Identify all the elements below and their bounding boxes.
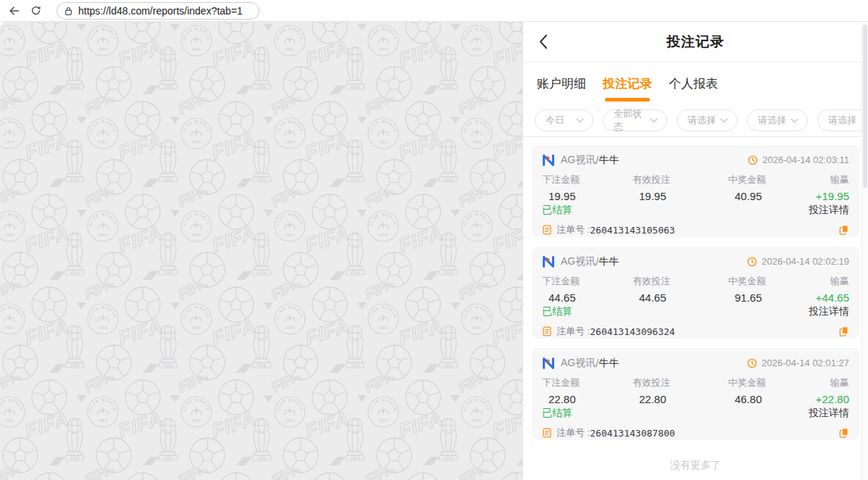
valid-amount: 44.65 — [633, 291, 728, 304]
provider-name: AG视讯 — [561, 357, 596, 370]
bet-timestamp: 2026-04-14 02:03:11 — [762, 154, 849, 165]
ag-provider-logo-icon — [542, 154, 555, 167]
game-name: 牛牛 — [598, 255, 619, 268]
scrollbar-track[interactable] — [861, 22, 868, 480]
url-text: https://ld48.com/reports/index?tab=1 — [78, 5, 243, 17]
betting-records-panel: 投注记录 账户明细 投注记录 个人报表 今日 全部状态 请选择 请选择 请选择 — [522, 22, 868, 480]
bet-timestamp: 2026-04-14 02:02:19 — [761, 256, 849, 267]
status-badge: 已结算 — [542, 407, 572, 420]
copy-icon — [838, 326, 849, 337]
order-note-icon — [542, 225, 552, 235]
filter-select-dropdown-2[interactable]: 请选择 — [747, 109, 808, 131]
status-badge: 已结算 — [542, 305, 572, 318]
col-label-win: 中奖金额 — [728, 173, 783, 186]
browser-reload-button[interactable] — [25, 1, 46, 21]
copy-icon — [838, 224, 849, 236]
provider-name: AG视讯 — [561, 255, 596, 268]
clock-icon — [747, 358, 757, 368]
bet-record-card: AG视讯/牛牛 2026-04-14 02:02:19 下注金额 有效投注 中奖… — [532, 247, 859, 339]
copy-order-button[interactable] — [838, 224, 849, 236]
bet-timestamp: 2026-04-14 02:01:27 — [761, 357, 849, 368]
copy-order-button[interactable] — [838, 326, 849, 337]
order-number-label: 注单号 : — [556, 426, 590, 439]
tab-bar: 账户明细 投注记录 个人报表 — [523, 62, 868, 104]
tab-personal-report[interactable]: 个人报表 — [667, 62, 719, 104]
bet-record-card: AG视讯/牛牛 2026-04-14 02:03:11 下注金额 有效投注 中奖… — [532, 145, 859, 237]
scrollbar-thumb[interactable] — [863, 25, 867, 188]
clock-icon — [747, 257, 757, 267]
col-label-valid: 有效投注 — [633, 173, 728, 186]
game-name: 牛牛 — [598, 357, 619, 370]
bet-amount: 19.95 — [542, 190, 633, 202]
browser-back-button[interactable] — [3, 1, 25, 21]
address-bar[interactable]: https://ld48.com/reports/index?tab=1 — [57, 2, 259, 20]
provider-name: AG视讯 — [561, 154, 596, 167]
col-label-bet: 下注金额 — [542, 275, 633, 288]
chevron-down-icon — [650, 118, 658, 123]
order-number-label: 注单号 : — [556, 325, 590, 338]
order-number: 260413143105063 — [590, 225, 675, 236]
fifa-watermark-pattern: CLUB WORLD CUP 23 FIFA FIFA FIFA FIFA — [0, 22, 522, 480]
order-note-icon — [542, 326, 552, 336]
bet-record-card: AG视讯/牛牛 2026-04-14 02:01:27 下注金额 有效投注 中奖… — [532, 348, 859, 440]
filter-status-dropdown[interactable]: 全部状态 — [603, 109, 667, 131]
bet-detail-link[interactable]: 投注详情 — [809, 407, 849, 420]
clock-icon — [748, 155, 758, 165]
chevron-down-icon — [720, 118, 728, 123]
valid-amount: 19.95 — [633, 190, 728, 202]
chevron-left-icon — [539, 34, 548, 49]
win-amount: 91.65 — [728, 291, 783, 304]
game-name: 牛牛 — [598, 154, 619, 167]
reload-icon — [30, 5, 41, 16]
profit-amount: +22.80 — [783, 393, 849, 405]
profit-amount: +44.65 — [783, 291, 849, 304]
back-button[interactable] — [539, 34, 548, 49]
bet-detail-link[interactable]: 投注详情 — [809, 305, 849, 318]
filter-select-dropdown-3[interactable]: 请选择 — [817, 109, 868, 131]
col-label-win: 中奖金额 — [728, 376, 783, 389]
filter-date-dropdown[interactable]: 今日 — [535, 109, 593, 131]
win-amount: 40.95 — [728, 190, 783, 202]
order-number-label: 注单号 : — [556, 223, 590, 236]
filter-bar: 今日 全部状态 请选择 请选择 请选择 — [523, 104, 868, 137]
chevron-down-icon — [576, 118, 584, 123]
profit-amount: +19.95 — [783, 190, 849, 202]
no-more-data-text: 没有更多了 — [523, 459, 868, 472]
fifa-watermark-background: CLUB WORLD CUP 23 FIFA FIFA FIFA FIFA — [0, 22, 522, 480]
lock-icon — [64, 6, 73, 17]
ag-provider-logo-icon — [542, 255, 555, 268]
col-label-profit: 输赢 — [783, 376, 849, 389]
bet-detail-link[interactable]: 投注详情 — [809, 204, 849, 217]
order-note-icon — [542, 428, 552, 438]
order-number: 260413143096324 — [590, 326, 675, 337]
col-label-valid: 有效投注 — [633, 275, 728, 288]
tab-account-detail[interactable]: 账户明细 — [535, 62, 588, 104]
copy-icon — [838, 427, 849, 439]
col-label-profit: 输赢 — [783, 275, 849, 288]
bet-amount: 22.80 — [542, 393, 633, 405]
col-label-valid: 有效投注 — [633, 376, 728, 389]
copy-order-button[interactable] — [838, 427, 849, 439]
tab-betting-records[interactable]: 投注记录 — [601, 62, 654, 104]
page-title: 投注记录 — [667, 33, 725, 51]
filter-select-dropdown-1[interactable]: 请选择 — [677, 109, 738, 131]
valid-amount: 22.80 — [633, 393, 728, 405]
back-arrow-icon — [8, 5, 20, 17]
chevron-down-icon — [790, 118, 798, 123]
col-label-bet: 下注金额 — [542, 376, 633, 389]
browser-toolbar: https://ld48.com/reports/index?tab=1 — [0, 0, 868, 22]
bet-amount: 44.65 — [542, 291, 633, 304]
col-label-profit: 输赢 — [783, 173, 849, 186]
col-label-bet: 下注金额 — [542, 173, 633, 186]
ag-provider-logo-icon — [542, 357, 555, 370]
order-number: 260413143087800 — [590, 428, 675, 439]
col-label-win: 中奖金额 — [728, 275, 783, 288]
record-list: AG视讯/牛牛 2026-04-14 02:03:11 下注金额 有效投注 中奖… — [523, 137, 868, 440]
panel-header: 投注记录 — [523, 22, 868, 62]
win-amount: 46.80 — [728, 393, 783, 405]
status-badge: 已结算 — [542, 204, 572, 217]
